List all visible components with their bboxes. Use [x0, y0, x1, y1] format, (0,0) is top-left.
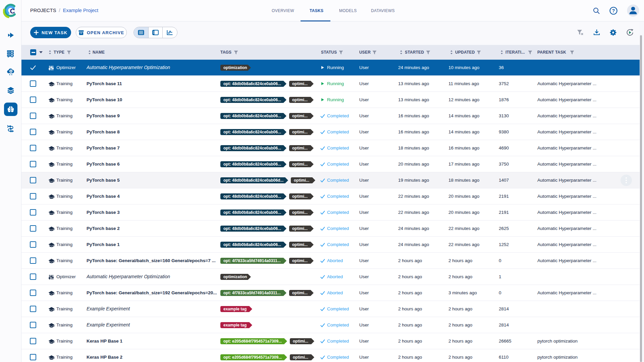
svg-text:C: C	[10, 7, 15, 15]
svg-text:?: ?	[612, 8, 615, 13]
